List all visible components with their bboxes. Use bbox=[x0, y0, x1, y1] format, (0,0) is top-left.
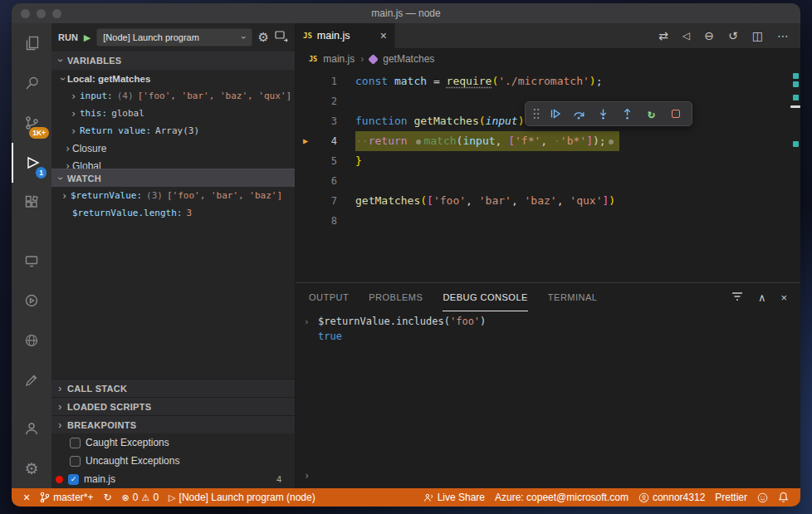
explorer-icon[interactable] bbox=[12, 23, 51, 63]
circle-arrow-icon[interactable]: ↺ bbox=[728, 29, 738, 42]
zoom-window-button[interactable] bbox=[52, 9, 61, 18]
run-and-debug-icon[interactable]: 1 bbox=[12, 143, 51, 183]
open-changes-icon[interactable]: ⇄ bbox=[658, 29, 668, 42]
start-debug-button[interactable]: ▶ bbox=[84, 32, 90, 43]
chevron-collapsed-icon: › bbox=[60, 190, 69, 202]
continue-button[interactable] bbox=[543, 103, 567, 125]
breakpoint-row[interactable]: Caught Exceptions bbox=[51, 433, 295, 452]
call-stack-section-header[interactable]: › CALL STACK bbox=[51, 379, 295, 397]
azure-account-status[interactable]: Azure: copeet@microsoft.com bbox=[490, 488, 633, 507]
tab-problems[interactable]: PROBLEMS bbox=[369, 283, 423, 311]
navigate-back-icon[interactable]: ◁ bbox=[682, 30, 690, 42]
variable-row[interactable]: › Return value: Array(3) bbox=[51, 122, 295, 140]
minimize-window-button[interactable] bbox=[37, 9, 46, 18]
configure-gear-icon[interactable]: ⚙ bbox=[258, 30, 269, 45]
checkbox-unchecked[interactable] bbox=[70, 456, 81, 467]
loaded-scripts-section-header[interactable]: › LOADED SCRIPTS bbox=[51, 397, 295, 415]
checkbox-checked[interactable]: ✓ bbox=[68, 474, 79, 485]
feedback-status[interactable] bbox=[752, 488, 773, 507]
step-into-button[interactable] bbox=[591, 103, 615, 125]
stop-button[interactable] bbox=[663, 103, 687, 125]
account-circle-icon bbox=[638, 492, 649, 503]
breakpoint-row[interactable]: Uncaught Exceptions bbox=[51, 452, 295, 470]
chevron-expanded-icon: › bbox=[55, 174, 66, 183]
split-editor-icon[interactable]: ◫ bbox=[752, 29, 763, 42]
code-text[interactable]: getMatches(['foo', 'bar', 'baz', 'qux']) bbox=[337, 191, 615, 211]
code-text[interactable]: const match = require('./micromatch'); bbox=[337, 71, 602, 91]
sync-icon: ↻ bbox=[104, 492, 112, 503]
code-text[interactable]: } bbox=[337, 151, 362, 171]
watch-row[interactable]: › $returnValue: (3) ['foo', 'bar', 'baz'… bbox=[51, 187, 295, 204]
console-result: true bbox=[296, 330, 800, 344]
breakpoint-row[interactable]: ✓ main.js 4 bbox=[51, 470, 295, 488]
stop-icon bbox=[672, 110, 680, 118]
more-actions-icon[interactable]: ⋯ bbox=[777, 29, 789, 42]
remote-explorer-icon[interactable] bbox=[12, 241, 51, 281]
launch-config-select[interactable]: [Node] Launch program › bbox=[96, 28, 252, 47]
maximize-panel-icon[interactable]: ∧ bbox=[758, 291, 766, 304]
variables-section-header[interactable]: › VARIABLES bbox=[51, 51, 295, 70]
settings-gear-icon[interactable]: ⚙ bbox=[12, 448, 51, 488]
code-text[interactable]: function getMatches(input) { bbox=[337, 111, 537, 131]
overview-ruler[interactable] bbox=[790, 70, 800, 282]
problems-status[interactable]: ⊗ 0 ⚠ 0 bbox=[117, 488, 164, 507]
live-share-status[interactable]: Live Share bbox=[418, 488, 490, 507]
restart-button[interactable]: ↻ bbox=[639, 103, 663, 125]
remote-indicator[interactable]: × bbox=[18, 488, 35, 507]
tab-debug-console[interactable]: DEBUG CONSOLE bbox=[443, 283, 527, 311]
status-bar: × master*+ ↻ ⊗ 0 ⚠ 0 ▷ [Node] Launch pro… bbox=[12, 488, 800, 507]
step-over-button[interactable] bbox=[567, 103, 591, 125]
variable-row[interactable]: › this: global bbox=[51, 105, 295, 122]
activity-bar: 1K+ 1 bbox=[12, 23, 51, 488]
debug-current-line-highlight: ··return match(input, ['f*', ·'b*']); bbox=[355, 131, 619, 151]
inline-breakpoint-icon[interactable] bbox=[609, 140, 614, 144]
watch-section-header[interactable]: › WATCH bbox=[51, 169, 295, 187]
watch-row[interactable]: $returnValue.length: 3 bbox=[51, 204, 295, 222]
variable-row[interactable]: › input: (4) ['foo', 'bar', 'baz', 'qux'… bbox=[51, 87, 295, 105]
circle-dash-icon[interactable]: ⊖ bbox=[704, 29, 714, 42]
debug-console-icon[interactable] bbox=[275, 30, 288, 46]
close-panel-icon[interactable]: × bbox=[780, 291, 787, 304]
breadcrumb: JS main.js › getMatches bbox=[296, 48, 800, 70]
gutter-glyph-margin[interactable]: ▶ bbox=[296, 131, 316, 151]
notifications-status[interactable] bbox=[773, 488, 794, 507]
console-input[interactable]: › bbox=[296, 466, 800, 488]
close-tab-icon[interactable]: × bbox=[380, 30, 387, 42]
ruler-mark bbox=[793, 95, 799, 100]
line-number: 7 bbox=[316, 191, 337, 211]
globe-icon[interactable] bbox=[12, 321, 51, 360]
breakpoints-section-header[interactable]: › BREAKPOINTS bbox=[51, 415, 295, 433]
extensions-icon[interactable] bbox=[12, 183, 51, 223]
accounts-icon[interactable] bbox=[12, 409, 51, 448]
chevron-collapsed-icon: › bbox=[69, 108, 78, 120]
breadcrumb-symbol[interactable]: getMatches bbox=[383, 53, 434, 65]
test-run-icon[interactable] bbox=[12, 281, 51, 321]
edit-pencil-icon[interactable] bbox=[12, 360, 51, 400]
sync-status[interactable]: ↻ bbox=[99, 488, 117, 507]
js-file-icon: JS bbox=[309, 55, 317, 63]
console-entry[interactable]: › $returnValue.includes('foo') bbox=[296, 314, 800, 330]
git-branch-status[interactable]: master*+ bbox=[35, 488, 98, 507]
code-text[interactable]: ··return match(input, ['f*', ·'b*']); bbox=[337, 131, 619, 151]
debug-toolbar-grip[interactable] bbox=[530, 103, 543, 125]
checkbox-unchecked[interactable] bbox=[70, 438, 81, 448]
code-line: 1 const match = require('./micromatch'); bbox=[296, 71, 800, 91]
filter-icon[interactable] bbox=[731, 291, 743, 304]
live-share-icon bbox=[423, 492, 434, 503]
tab-terminal[interactable]: TERMINAL bbox=[548, 283, 598, 311]
search-icon[interactable] bbox=[12, 63, 51, 103]
ruler-mark bbox=[793, 81, 799, 87]
code-editor[interactable]: ↻ 1 const match = require('./micromatch'… bbox=[296, 70, 800, 282]
source-control-icon[interactable]: 1K+ bbox=[12, 103, 51, 143]
step-out-button[interactable] bbox=[615, 103, 639, 125]
scope-row[interactable]: › Local: getMatches bbox=[51, 70, 295, 87]
breadcrumb-file[interactable]: main.js bbox=[323, 53, 355, 65]
tab-output[interactable]: OUTPUT bbox=[309, 283, 349, 311]
formatter-status[interactable]: Prettier bbox=[710, 488, 752, 507]
inline-breakpoint-icon[interactable] bbox=[416, 140, 421, 144]
github-account-status[interactable]: connor4312 bbox=[633, 488, 710, 507]
tab-main-js[interactable]: JS main.js × bbox=[296, 23, 395, 48]
close-window-button[interactable] bbox=[21, 9, 30, 18]
debug-launch-status[interactable]: ▷ [Node] Launch program (node) bbox=[164, 488, 320, 507]
variable-row[interactable]: › Closure bbox=[51, 140, 295, 157]
